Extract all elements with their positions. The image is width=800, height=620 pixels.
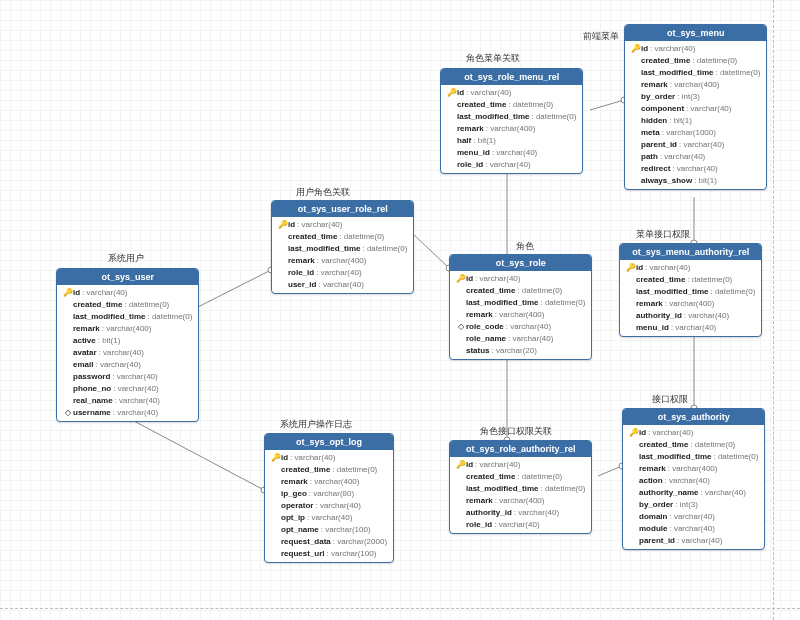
column-type: : varchar(40) [113, 383, 158, 395]
table-header: ot_sys_role_menu_rel [441, 69, 582, 85]
column-name: opt_name [281, 524, 319, 536]
table-user[interactable]: ot_sys_user🔑id: varchar(40)created_time:… [56, 268, 199, 422]
column-type: : varchar(400) [670, 79, 720, 91]
table-body: 🔑id: varchar(40)created_time: datetime(0… [57, 285, 198, 421]
relation-edge [192, 270, 271, 310]
column-type: : datetime(0) [147, 311, 192, 323]
table-body: 🔑id: varchar(40)created_time: datetime(0… [441, 85, 582, 173]
column-type: : varchar(40) [508, 333, 553, 345]
column-name: role_name [466, 333, 506, 345]
column-type: : varchar(100) [321, 524, 371, 536]
column-row: request_data: varchar(2000) [265, 536, 393, 548]
column-row: action: varchar(40) [623, 475, 764, 487]
column-row: by_order: int(3) [623, 499, 764, 511]
column-type: : varchar(40) [665, 475, 710, 487]
column-name: id [639, 427, 646, 439]
column-name: last_modified_time [73, 311, 145, 323]
table-roleMenu[interactable]: ot_sys_role_menu_rel🔑id: varchar(40)crea… [440, 68, 583, 174]
column-type: : bit(1) [669, 115, 692, 127]
table-optLog[interactable]: ot_sys_opt_log🔑id: varchar(40)created_ti… [264, 433, 394, 563]
table-body: 🔑id: varchar(40)created_time: datetime(0… [450, 271, 591, 359]
column-name: half [457, 135, 471, 147]
column-row: created_time: datetime(0) [623, 439, 764, 451]
column-type: : int(3) [675, 499, 698, 511]
column-row: 🔑id: varchar(40) [450, 273, 591, 285]
table-roleAuth[interactable]: ot_sys_role_authority_rel🔑id: varchar(40… [449, 440, 592, 534]
column-row: created_time: datetime(0) [57, 299, 198, 311]
column-type: : datetime(0) [332, 464, 377, 476]
column-type: : datetime(0) [508, 99, 553, 111]
er-diagram-canvas: ot_sys_user🔑id: varchar(40)created_time:… [0, 0, 800, 620]
column-row: 🔑id: varchar(40) [620, 262, 761, 274]
column-type: : varchar(40) [660, 151, 705, 163]
column-row: 🔑id: varchar(40) [623, 427, 764, 439]
column-type: : varchar(400) [495, 495, 545, 507]
table-auth[interactable]: ot_sys_authority🔑id: varchar(40)created_… [622, 408, 765, 550]
column-row: always_show: bit(1) [625, 175, 766, 187]
column-name: menu_id [457, 147, 490, 159]
column-row: role_name: varchar(40) [450, 333, 591, 345]
relation-edge [132, 420, 264, 490]
column-name: active [73, 335, 96, 347]
column-type: : varchar(40) [492, 147, 537, 159]
column-type: : datetime(0) [124, 299, 169, 311]
column-name: request_url [281, 548, 325, 560]
column-type: : varchar(40) [318, 279, 363, 291]
column-name: last_modified_time [639, 451, 711, 463]
column-name: created_time [288, 231, 337, 243]
column-row: component: varchar(40) [625, 103, 766, 115]
column-name: remark [466, 309, 493, 321]
column-name: remark [73, 323, 100, 335]
key-icon: 🔑 [626, 262, 636, 274]
column-type: : varchar(40) [475, 273, 520, 285]
table-userRole[interactable]: ot_sys_user_role_rel🔑id: varchar(40)crea… [271, 200, 414, 294]
column-row: authority_id: varchar(40) [450, 507, 591, 519]
column-type: : datetime(0) [517, 285, 562, 297]
column-row: created_time: datetime(0) [265, 464, 393, 476]
column-type: : varchar(40) [645, 262, 690, 274]
column-row: parent_id: varchar(40) [623, 535, 764, 547]
column-row: last_modified_time: datetime(0) [441, 111, 582, 123]
column-type: : datetime(0) [531, 111, 576, 123]
column-name: created_time [636, 274, 685, 286]
table-menu[interactable]: ot_sys_menu🔑id: varchar(40)created_time:… [624, 24, 767, 190]
column-type: : varchar(400) [102, 323, 152, 335]
column-row: last_modified_time: datetime(0) [450, 297, 591, 309]
column-type: : varchar(40) [466, 87, 511, 99]
table-body: 🔑id: varchar(40)created_time: datetime(0… [450, 457, 591, 533]
key-icon: 🔑 [447, 87, 457, 99]
column-type: : datetime(0) [540, 483, 585, 495]
column-type: : varchar(40) [115, 395, 160, 407]
column-row: 🔑id: varchar(40) [265, 452, 393, 464]
table-menuAuth[interactable]: ot_sys_menu_authority_rel🔑id: varchar(40… [619, 243, 762, 337]
table-body: 🔑id: varchar(40)created_time: datetime(0… [625, 41, 766, 189]
column-row: meta: varchar(1000) [625, 127, 766, 139]
column-row: created_time: datetime(0) [620, 274, 761, 286]
column-name: action [639, 475, 663, 487]
column-name: user_id [288, 279, 316, 291]
column-row: 🔑id: varchar(40) [625, 43, 766, 55]
column-row: remark: varchar(400) [265, 476, 393, 488]
column-row: phone_no: varchar(40) [57, 383, 198, 395]
column-name: remark [639, 463, 666, 475]
column-type: : bit(1) [473, 135, 496, 147]
column-name: last_modified_time [457, 111, 529, 123]
column-name: remark [288, 255, 315, 267]
column-name: last_modified_time [641, 67, 713, 79]
column-name: remark [457, 123, 484, 135]
column-type: : varchar(400) [317, 255, 367, 267]
column-name: operator [281, 500, 313, 512]
key-icon: 🔑 [278, 219, 288, 231]
column-type: : varchar(40) [297, 219, 342, 231]
column-row: ◇username: varchar(40) [57, 407, 198, 419]
column-name: real_name [73, 395, 113, 407]
column-name: id [281, 452, 288, 464]
column-row: ip_geo: varchar(80) [265, 488, 393, 500]
column-row: 🔑id: varchar(40) [450, 459, 591, 471]
column-type: : varchar(400) [486, 123, 536, 135]
table-role[interactable]: ot_sys_role🔑id: varchar(40)created_time:… [449, 254, 592, 360]
column-name: phone_no [73, 383, 111, 395]
column-type: : int(3) [677, 91, 700, 103]
column-row: last_modified_time: datetime(0) [57, 311, 198, 323]
column-name: remark [636, 298, 663, 310]
